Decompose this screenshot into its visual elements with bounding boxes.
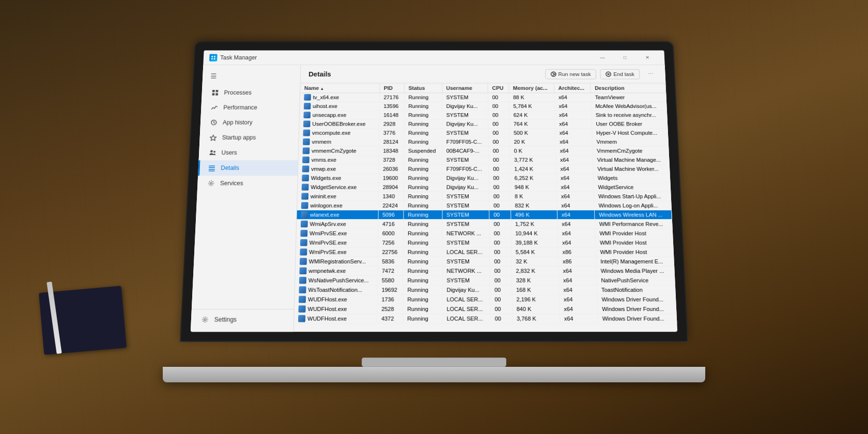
- description-cell: McAfee WebAdvisor(us...: [591, 102, 667, 111]
- table-row[interactable]: WUDFHost.exe1736RunningLOCAL SER...002,1…: [295, 295, 676, 304]
- table-row[interactable]: WsNativePushService...5580RunningSYSTEM0…: [295, 275, 675, 285]
- minimize-button[interactable]: —: [591, 51, 614, 65]
- process-table: Name PID Status Username CPU Memory (ac.…: [294, 83, 677, 323]
- sidebar-item-details[interactable]: Details: [198, 160, 298, 176]
- process-icon: [301, 221, 308, 227]
- description-cell: WMI Provider Host: [595, 238, 673, 247]
- arch-cell: x64: [556, 164, 593, 174]
- table-body: tv_x64.exe27176RunningSYSTEM0088 Kx64Tea…: [294, 93, 677, 323]
- description-cell: TeamViewer: [591, 93, 666, 102]
- process-name-text: WUDFHost.exe: [307, 316, 347, 322]
- maximize-button[interactable]: □: [613, 51, 637, 65]
- svg-rect-7: [215, 93, 218, 95]
- table-row[interactable]: WidgetService.exe28904RunningDigvijay Ku…: [298, 182, 671, 192]
- cpu-cell: 00: [489, 146, 510, 155]
- process-icon: [304, 94, 311, 101]
- arch-cell: x64: [557, 229, 595, 238]
- col-memory[interactable]: Memory (ac...: [509, 83, 554, 92]
- col-pid[interactable]: PID: [379, 83, 404, 92]
- col-description[interactable]: Description: [591, 83, 666, 92]
- process-name-text: wlanext.exe: [310, 212, 339, 218]
- process-name-text: WMIRegistrationServ...: [309, 258, 366, 265]
- arch-cell: x64: [557, 220, 595, 229]
- memory-cell: 6,252 K: [510, 174, 556, 183]
- table-row[interactable]: unsecapp.exe16148RunningSYSTEM00624 Kx64…: [300, 111, 667, 119]
- close-button[interactable]: ✕: [636, 51, 659, 65]
- table-row[interactable]: vmms.exe3728RunningSYSTEM003,772 Kx64Vir…: [298, 156, 669, 165]
- table-row[interactable]: vmcompute.exe3776RunningSYSTEM00500 Kx64…: [299, 128, 668, 137]
- sidebar-item-services[interactable]: Services: [197, 176, 298, 191]
- pid-cell: 6000: [378, 229, 403, 238]
- arch-cell: x64: [558, 238, 596, 247]
- sidebar-item-settings[interactable]: Settings: [191, 312, 293, 328]
- table-row[interactable]: vmmem28124RunningF709FF05-C...0020 Kx64V…: [299, 137, 668, 146]
- pid-cell: 5096: [378, 210, 404, 220]
- table-row[interactable]: WMIRegistrationServ...5836RunningSYSTEM0…: [296, 257, 674, 266]
- memory-cell: 0 K: [509, 146, 555, 155]
- process-icon: [302, 184, 309, 191]
- table-row[interactable]: wlanext.exe5096RunningSYSTEM00496 Kx64Wi…: [297, 210, 672, 220]
- table-row[interactable]: wininit.exe1340RunningSYSTEM008 Kx64Wind…: [297, 192, 671, 201]
- table-row[interactable]: WmiPrvSE.exe6000RunningNETWORK ...0010,9…: [296, 229, 673, 238]
- username-cell: SYSTEM: [442, 156, 489, 165]
- process-name-text: WmiApSrv.exe: [309, 221, 346, 227]
- table-row[interactable]: vmmemCmZygote18348Suspended00B4CAF9-...0…: [299, 146, 669, 155]
- sidebar-item-users[interactable]: Users: [199, 145, 299, 160]
- table-row[interactable]: uihost.exe13596RunningDigvijay Ku...005,…: [300, 102, 667, 111]
- status-cell: Running: [404, 210, 442, 220]
- task-manager-window: Task Manager — □ ✕ ☰: [191, 51, 677, 332]
- table-row[interactable]: vmwp.exe26036RunningF709FF05-C...001,424…: [298, 164, 670, 174]
- table-row[interactable]: Widgets.exe19600RunningDigvijay Ku...006…: [298, 174, 670, 183]
- more-options-button[interactable]: ⋯: [643, 68, 658, 81]
- hamburger-button[interactable]: ☰: [203, 69, 301, 84]
- cpu-cell: 00: [489, 156, 510, 165]
- pid-cell: 1340: [378, 192, 404, 201]
- memory-cell: 2,832 K: [512, 266, 559, 275]
- process-table-container[interactable]: Name PID Status Username CPU Memory (ac.…: [293, 83, 677, 332]
- process-name-text: winlogon.exe: [310, 203, 343, 208]
- table-row[interactable]: WmiApSrv.exe4716RunningSYSTEM001,752 Kx6…: [297, 220, 672, 229]
- process-name-text: unsecapp.exe: [313, 112, 347, 118]
- col-cpu[interactable]: CPU: [488, 83, 509, 92]
- pid-cell: 2528: [377, 304, 403, 314]
- status-cell: Running: [403, 304, 442, 314]
- memory-cell: 39,188 K: [511, 238, 558, 247]
- col-name[interactable]: Name: [300, 83, 380, 92]
- col-status[interactable]: Status: [404, 83, 442, 92]
- table-header: Name PID Status Username CPU Memory (ac.…: [300, 83, 666, 92]
- table-row[interactable]: winlogon.exe22424RunningSYSTEM00832 Kx64…: [297, 201, 672, 210]
- sidebar-item-startup[interactable]: Startup apps: [199, 130, 299, 145]
- table-row[interactable]: WsToastNotification...19692RunningDigvij…: [295, 285, 675, 295]
- svg-point-16: [204, 319, 206, 321]
- arch-cell: x64: [560, 314, 598, 323]
- col-arch[interactable]: Architec...: [554, 83, 591, 92]
- run-new-task-button[interactable]: Run new task: [545, 69, 597, 79]
- cpu-cell: 00: [488, 119, 509, 128]
- description-cell: Intel(R) Management E...: [596, 257, 674, 266]
- status-cell: Running: [403, 266, 442, 275]
- status-cell: Running: [403, 314, 443, 323]
- cpu-cell: 00: [488, 128, 509, 137]
- table-row[interactable]: tv_x64.exe27176RunningSYSTEM0088 Kx64Tea…: [300, 93, 667, 102]
- sidebar-item-performance[interactable]: Performance: [201, 100, 300, 115]
- pid-cell: 22756: [378, 247, 404, 257]
- table-row[interactable]: WmiPrvSE.exe22756RunningLOCAL SER...005,…: [296, 247, 673, 257]
- username-cell: F709FF05-C...: [442, 164, 489, 174]
- process-icon: [303, 120, 311, 127]
- col-username[interactable]: Username: [442, 83, 488, 92]
- settings-icon: [201, 316, 210, 324]
- table-row[interactable]: WUDFHost.exe4372RunningLOCAL SER...003,7…: [294, 314, 677, 323]
- laptop-screen-wrapper: Task Manager — □ ✕ ☰: [181, 21, 687, 341]
- sidebar-item-processes[interactable]: Processes: [202, 85, 300, 100]
- memory-cell: 20 K: [509, 137, 555, 146]
- table-row[interactable]: WmiPrvSE.exe7256RunningSYSTEM0039,188 Kx…: [296, 238, 673, 247]
- pid-cell: 3728: [379, 156, 404, 165]
- sidebar-item-app-history[interactable]: App history: [200, 115, 299, 130]
- table-row[interactable]: WUDFHost.exe2528RunningLOCAL SER...00840…: [294, 304, 676, 314]
- description-cell: Sink to receive asynchr...: [591, 111, 667, 119]
- end-task-button[interactable]: End task: [600, 69, 640, 79]
- status-cell: Running: [404, 182, 442, 192]
- table-row[interactable]: wmpnetwk.exe7472RunningNETWORK ...002,83…: [295, 266, 674, 275]
- svg-rect-4: [212, 90, 215, 92]
- table-row[interactable]: UserOOBEBroker.exe2928RunningDigvijay Ku…: [299, 119, 668, 128]
